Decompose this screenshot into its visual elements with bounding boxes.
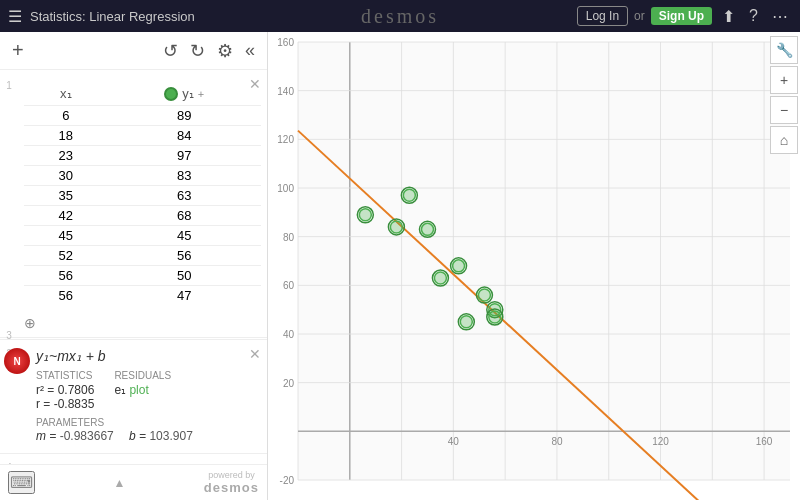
svg-point-50 <box>478 289 490 301</box>
svg-text:20: 20 <box>283 378 295 389</box>
collapse-icon[interactable]: « <box>241 38 259 64</box>
regression-formula: y₁~mx₁ + b <box>36 348 257 364</box>
topbar-left: ☰ Statistics: Linear Regression <box>8 7 195 26</box>
svg-point-40 <box>403 189 415 201</box>
expr-number-4: 4 <box>0 462 18 464</box>
svg-point-42 <box>421 223 433 235</box>
keyboard-icon[interactable]: ⌨ <box>8 471 35 494</box>
svg-text:120: 120 <box>277 134 294 145</box>
table-row: 5256 <box>24 246 261 266</box>
svg-point-54 <box>489 311 501 323</box>
redo-button[interactable]: ↻ <box>186 38 209 64</box>
statistics-col: STATISTICS r² = 0.7806 r = -0.8835 <box>36 370 94 411</box>
svg-point-48 <box>460 316 472 328</box>
graph-toolbar: 🔧 + − ⌂ <box>768 32 800 156</box>
table-row: 5647 <box>24 286 261 306</box>
zoom-out-button[interactable]: − <box>770 96 798 124</box>
close-regression-button[interactable]: ✕ <box>249 346 261 362</box>
zoom-to-fit-icon[interactable]: ⊕ <box>24 315 267 331</box>
toolbar-right: ↺ ↻ ⚙ « <box>159 38 259 64</box>
regression-stats: STATISTICS r² = 0.7806 r = -0.8835 RESID… <box>36 370 257 411</box>
table-row: 1884 <box>24 126 261 146</box>
home-button[interactable]: ⌂ <box>770 126 798 154</box>
undo-button[interactable]: ↺ <box>159 38 182 64</box>
graph-svg: 4080120160-2020406080100120140160 <box>268 32 800 500</box>
main-area: + ↺ ↻ ⚙ « 1 ✕ <box>0 32 800 500</box>
r2-value: r² = 0.7806 <box>36 383 94 397</box>
table-row: 2397 <box>24 146 261 166</box>
graph-area[interactable]: 4080120160-2020406080100120140160 🔧 + − … <box>268 32 800 500</box>
table-row: 4268 <box>24 206 261 226</box>
svg-point-38 <box>390 221 402 233</box>
share-icon[interactable]: ⬆ <box>718 7 739 26</box>
left-panel: + ↺ ↻ ⚙ « 1 ✕ <box>0 32 268 500</box>
svg-text:100: 100 <box>277 183 294 194</box>
m-param: m = -0.983667 <box>36 429 117 443</box>
residuals-col: RESIDUALS e₁ plot <box>114 370 171 411</box>
help-icon[interactable]: ? <box>745 7 762 25</box>
table-row: 689 <box>24 106 261 126</box>
svg-text:160: 160 <box>756 436 773 447</box>
svg-text:160: 160 <box>277 37 294 48</box>
bottom-bar: ⌨ ▲ powered by desmos <box>0 464 267 500</box>
svg-text:80: 80 <box>551 436 563 447</box>
desmos-logo: desmos <box>361 5 439 28</box>
regression-expression: 2 N ✕ y₁~mx₁ + b STATISTICS r² = 0.7806 … <box>0 340 267 454</box>
svg-text:40: 40 <box>448 436 460 447</box>
add-col-icon[interactable]: + <box>198 88 204 100</box>
residuals-label: RESIDUALS <box>114 370 171 381</box>
zoom-in-button[interactable]: + <box>770 66 798 94</box>
svg-text:-20: -20 <box>280 475 295 486</box>
b-param: b = 103.907 <box>129 429 193 443</box>
login-button[interactable]: Log In <box>577 6 628 26</box>
col1-header: x₁ <box>24 82 108 106</box>
expressions-list: 1 ✕ x₁ <box>0 70 267 464</box>
or-text: or <box>634 9 645 23</box>
table-container: x₁ y₁ + <box>18 76 267 311</box>
svg-text:140: 140 <box>277 86 294 97</box>
plot-link[interactable]: plot <box>129 383 148 397</box>
expr-number-1: 1 <box>0 80 18 91</box>
powered-by: powered by desmos <box>204 470 259 495</box>
svg-text:80: 80 <box>283 232 295 243</box>
close-table-button[interactable]: ✕ <box>249 76 261 92</box>
col2-header: y₁ + <box>108 82 261 106</box>
empty-expression-4: 4 <box>0 454 267 464</box>
table-expression: 1 ✕ x₁ <box>0 70 267 338</box>
r-value: r = -0.8835 <box>36 397 94 411</box>
table-row: 5650 <box>24 266 261 286</box>
window-title: Statistics: Linear Regression <box>30 9 195 24</box>
svg-point-36 <box>359 209 371 221</box>
green-dot-icon <box>164 87 178 101</box>
svg-text:120: 120 <box>652 436 669 447</box>
table-body: 689188423973083356342684545525656505647 <box>24 106 261 306</box>
svg-point-44 <box>434 272 446 284</box>
data-table: x₁ y₁ + <box>24 82 261 305</box>
add-expression-button[interactable]: + <box>8 37 28 64</box>
expression-logo: N <box>4 348 30 374</box>
arrow-up-icon[interactable]: ▲ <box>113 476 125 490</box>
topbar-right: Log In or Sign Up ⬆ ? ⋯ <box>577 6 792 26</box>
stats-label: STATISTICS <box>36 370 94 381</box>
table-row: 4545 <box>24 226 261 246</box>
topbar: ☰ Statistics: Linear Regression desmos L… <box>0 0 800 32</box>
svg-point-46 <box>453 260 465 272</box>
signup-button[interactable]: Sign Up <box>651 7 712 25</box>
table-row: 3083 <box>24 166 261 186</box>
menu-icon[interactable]: ☰ <box>8 7 22 26</box>
svg-rect-0 <box>298 42 790 480</box>
panel-toolbar: + ↺ ↻ ⚙ « <box>0 32 267 70</box>
regression-params: PARAMETERS m = -0.983667 b = 103.907 <box>36 415 257 443</box>
svg-text:40: 40 <box>283 329 295 340</box>
table-row: 3563 <box>24 186 261 206</box>
wrench-button[interactable]: 🔧 <box>770 36 798 64</box>
settings-gear-icon[interactable]: ⚙ <box>213 38 237 64</box>
settings-icon[interactable]: ⋯ <box>768 7 792 26</box>
svg-text:60: 60 <box>283 280 295 291</box>
residual-value: e₁ plot <box>114 383 171 397</box>
